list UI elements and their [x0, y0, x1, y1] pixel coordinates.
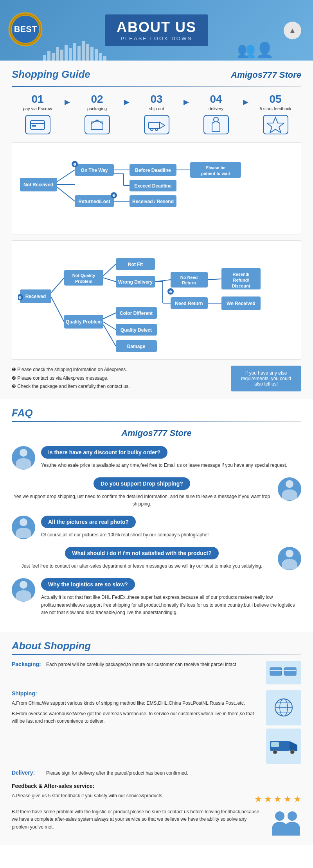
flow-received: Received ❸ Not Quality Problem Quality P…	[12, 240, 301, 360]
faq-content-4: What should i do if i'm not satisfied wi…	[12, 547, 272, 570]
faq-answer-4: Just feel free to contact our after-sale…	[12, 563, 272, 570]
step-1-icon-box	[12, 115, 63, 134]
faq-answer-3: Of course,all of our pictures are 100% r…	[41, 531, 301, 539]
feedback-text-b: B.If there have some problem with the lo…	[12, 808, 264, 831]
packaging-image	[266, 661, 301, 684]
faq-item-1: Is there have any discount for bulky ord…	[12, 446, 301, 470]
faq-item-5: Why the logistics are so slow? Actually …	[12, 578, 301, 616]
step-4: 04 delivery	[190, 93, 242, 111]
scroll-up-button[interactable]: ▲	[284, 21, 301, 39]
feedback-section: Feedback & After-sales service: A.Please…	[12, 783, 301, 837]
svg-text:BEST: BEST	[14, 24, 37, 34]
step-arrow-1: ▶	[63, 98, 71, 106]
faq-item-3: All the pictures are real photo? Of cour…	[12, 516, 301, 539]
shopping-guide-title: Shopping Guide	[12, 68, 90, 80]
shipping-text-a: A.From China:We support various kinds of…	[12, 700, 260, 707]
delivery-label: Delivery:	[12, 770, 43, 776]
svg-rect-93	[284, 668, 296, 675]
step-1-label: pay via Escrow	[12, 106, 63, 111]
step-5-icon-box	[250, 115, 301, 134]
delivery-text: Please sign for delivery after the parce…	[46, 770, 301, 777]
faq-answer-1: Yes,the wholesale price is available at …	[41, 462, 301, 469]
faq-avatar-2	[278, 477, 301, 501]
shipping-images	[266, 690, 301, 764]
step-1-num: 01	[12, 93, 63, 105]
svg-text:Not  Received: Not Received	[23, 182, 53, 188]
svg-rect-92	[270, 668, 282, 675]
faq-question-3: All the pictures are real photo?	[41, 516, 136, 528]
step-3: 03 ship out	[131, 93, 182, 111]
store-name-shopping: Amigos777 Store	[231, 70, 301, 80]
faq-answer-5: Actually it is not that fast like DHL Fe…	[41, 594, 301, 616]
step-arrow-4: ▶	[242, 98, 250, 106]
svg-rect-8	[149, 122, 160, 129]
svg-text:Received / Resend: Received / Resend	[132, 199, 174, 204]
packaging-text: Each parcel will be carefully packaged,t…	[46, 661, 260, 668]
steps-numbers-row: 01 pay via Escrow ▶ 02 packaging ▶ 03 sh…	[12, 93, 301, 111]
svg-point-10	[151, 128, 153, 130]
shipping-text-b: B.From overseas warehouse:We've got the …	[12, 710, 260, 725]
svg-text:Not  Quality: Not Quality	[72, 273, 96, 278]
faq-question-1: Is there have any discount for bulky ord…	[41, 446, 167, 459]
step-3-icon	[144, 115, 169, 134]
svg-text:Resend/: Resend/	[233, 272, 250, 277]
stars-row: ★ ★ ★ ★ ★	[254, 794, 301, 804]
header-title-box: ABOUT US PLEASE LOOK DOWN	[105, 14, 208, 46]
svg-point-103	[273, 750, 277, 754]
step-4-num: 04	[190, 93, 242, 105]
faq-divider	[12, 421, 301, 422]
section-divider	[12, 86, 301, 87]
step-2-icon	[85, 115, 110, 134]
svg-text:❶: ❶	[73, 163, 76, 166]
faq-store-name: Amigos777 Store	[12, 428, 301, 438]
header: BEST 👥👤 ABOUT US PLEASE LOOK DOWN ▲	[0, 0, 313, 61]
svg-text:Return: Return	[182, 280, 196, 285]
star-2: ★	[264, 794, 272, 804]
step-4-icon-box	[190, 115, 242, 134]
step-2-icon-box	[71, 115, 123, 134]
svg-rect-105	[271, 742, 279, 747]
faq-title: FAQ	[12, 407, 301, 419]
star-5: ★	[293, 794, 301, 804]
svg-line-63	[103, 264, 116, 276]
svg-point-12	[214, 117, 218, 122]
step-5-icon	[263, 115, 288, 134]
svg-text:Wrong Delivery: Wrong Delivery	[118, 279, 153, 285]
svg-rect-68	[171, 272, 208, 288]
svg-text:Refund/: Refund/	[233, 278, 249, 282]
arrow-up-icon: ▲	[289, 26, 297, 35]
svg-line-64	[103, 278, 116, 282]
feedback-avatar	[270, 808, 301, 837]
header-bars-decoration	[43, 41, 106, 61]
step-4-label: delivery	[190, 106, 242, 111]
svg-marker-13	[267, 117, 284, 133]
svg-text:Please be: Please be	[206, 165, 226, 170]
notes-section: ❶ Please check the shipping information …	[12, 366, 301, 391]
step-1-icon	[25, 115, 50, 134]
star-3: ★	[274, 794, 282, 804]
svg-text:❷: ❷	[112, 194, 115, 198]
step-2: 02 packaging	[71, 93, 123, 111]
svg-marker-102	[290, 741, 297, 751]
shipping-label: Shipping:	[12, 690, 43, 697]
steps-icons-row	[12, 115, 301, 134]
svg-text:Problem: Problem	[75, 279, 92, 284]
svg-text:❷: ❷	[169, 290, 172, 294]
feedback-label: Feedback & After-sales service:	[12, 783, 301, 789]
faq-question-4: What should i do if i'm not satisfied wi…	[65, 547, 218, 559]
step-3-label: ship out	[131, 106, 182, 111]
step-3-icon-box	[131, 115, 182, 134]
svg-text:Color Different: Color Different	[120, 311, 153, 316]
shipping-row: Shipping: A.From China:We support variou…	[12, 690, 301, 764]
delivery-row: Delivery: Please sign for delivery after…	[12, 770, 301, 777]
shopping-guide-section: Shopping Guide Amigos777 Store 01 pay vi…	[0, 61, 313, 399]
svg-point-89	[20, 518, 27, 526]
svg-text:Received: Received	[25, 294, 46, 299]
faq-content-1: Is there have any discount for bulky ord…	[41, 446, 301, 469]
step-2-num: 02	[71, 93, 123, 105]
svg-line-67	[103, 325, 116, 346]
note-2: ❷ Please contact us via Aliexpress messs…	[12, 374, 225, 383]
svg-point-107	[288, 811, 297, 821]
shipping-van-image	[266, 729, 301, 764]
svg-line-51	[51, 278, 64, 293]
